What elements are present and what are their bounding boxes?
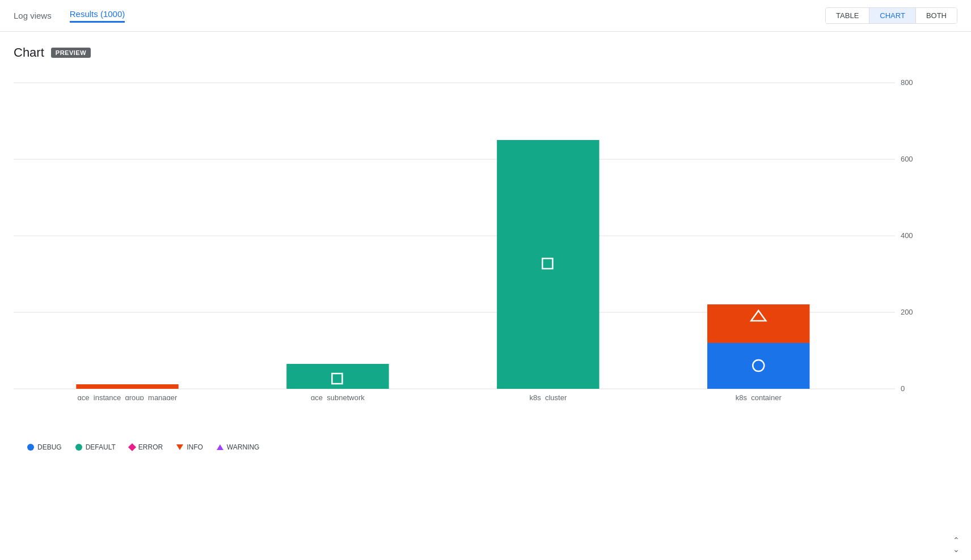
content-area: Chart PREVIEW 800 600 400 200 0 — [0, 32, 971, 456]
svg-text:k8s_container: k8s_container — [736, 393, 782, 400]
svg-text:gce_subnetwork: gce_subnetwork — [311, 393, 365, 400]
legend-default-dot — [75, 444, 82, 451]
svg-text:800: 800 — [901, 78, 913, 87]
legend-warning-label: WARNING — [227, 443, 260, 451]
svg-text:0: 0 — [901, 384, 905, 393]
table-view-button[interactable]: TABLE — [826, 8, 869, 23]
svg-text:400: 400 — [901, 231, 913, 240]
view-buttons: TABLE CHART BOTH — [825, 7, 957, 24]
top-bar: Log views Results (1000) TABLE CHART BOT… — [0, 0, 971, 32]
bar-k8s-container-debug — [707, 343, 809, 389]
legend-debug-label: DEBUG — [37, 443, 62, 451]
legend-default: DEFAULT — [75, 443, 116, 451]
chart-container: 800 600 400 200 0 — [14, 71, 957, 434]
legend-warning: WARNING — [217, 443, 260, 451]
both-view-button[interactable]: BOTH — [916, 8, 957, 23]
svg-text:200: 200 — [901, 308, 913, 316]
bar-chart: 800 600 400 200 0 — [14, 71, 923, 400]
legend-info-label: INFO — [187, 443, 203, 451]
legend-error-label: ERROR — [138, 443, 163, 451]
svg-text:600: 600 — [901, 155, 913, 163]
legend-error: ERROR — [129, 443, 163, 451]
legend-error-diamond — [128, 443, 136, 451]
legend-info-triangle — [176, 444, 183, 450]
bar-gce-subnetwork-default — [286, 364, 389, 389]
svg-text:k8s_cluster: k8s_cluster — [529, 393, 567, 400]
preview-badge: PREVIEW — [51, 48, 91, 58]
legend-info: INFO — [176, 443, 203, 451]
chart-view-button[interactable]: CHART — [869, 8, 916, 23]
results-tab[interactable]: Results (1000) — [70, 9, 125, 23]
legend-warning-triangle — [217, 444, 223, 450]
legend-debug: DEBUG — [27, 443, 62, 451]
svg-text:gce_instance_group_manager: gce_instance_group_manager — [78, 393, 178, 400]
chart-header: Chart PREVIEW — [14, 45, 957, 60]
legend-default-label: DEFAULT — [86, 443, 116, 451]
log-views-label: Log views — [14, 11, 52, 20]
chart-title: Chart — [14, 45, 44, 60]
chart-legend: DEBUG DEFAULT ERROR INFO WARNING — [14, 434, 957, 456]
bar-k8s-cluster-default — [497, 140, 599, 389]
legend-debug-dot — [27, 444, 34, 451]
bar-gce-instance-info — [76, 384, 178, 389]
